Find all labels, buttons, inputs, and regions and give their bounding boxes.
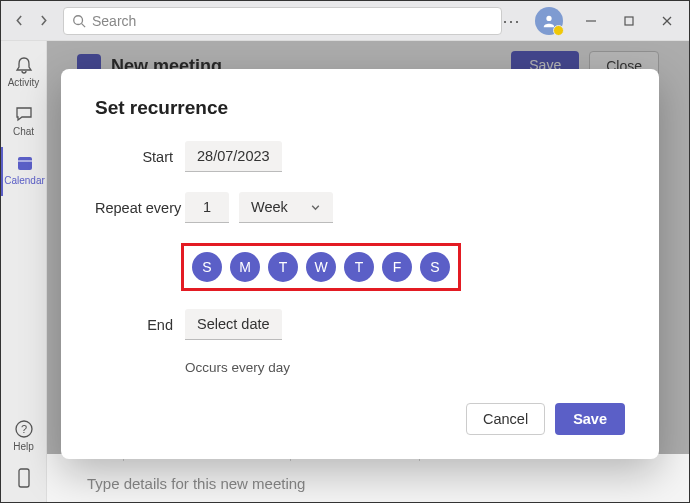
days-selector: S M T W T F S <box>181 243 461 291</box>
svg-rect-11 <box>19 469 29 487</box>
end-date-field[interactable]: Select date <box>185 309 282 340</box>
repeat-unit-value: Week <box>251 199 288 215</box>
close-window-button[interactable] <box>653 7 681 35</box>
svg-rect-4 <box>625 17 633 25</box>
repeat-unit-dropdown[interactable]: Week <box>239 192 333 223</box>
rail-chat[interactable]: Chat <box>1 98 47 147</box>
rail-label: Help <box>13 441 34 452</box>
occurs-text: Occurs every day <box>185 360 625 375</box>
rail-device[interactable] <box>1 462 47 502</box>
save-button[interactable]: Save <box>555 403 625 435</box>
day-thursday[interactable]: T <box>344 252 374 282</box>
svg-line-1 <box>82 23 86 27</box>
search-input[interactable]: Search <box>63 7 502 35</box>
titlebar: Search ⋯ <box>1 1 689 41</box>
day-saturday[interactable]: S <box>420 252 450 282</box>
chat-icon <box>14 104 34 124</box>
modal-title: Set recurrence <box>95 97 625 119</box>
rail-calendar[interactable]: Calendar <box>1 147 47 196</box>
nav-back-button[interactable] <box>9 11 29 31</box>
end-label: End <box>95 317 185 333</box>
rail-help[interactable]: ? Help <box>1 413 47 462</box>
minimize-button[interactable] <box>577 7 605 35</box>
more-button[interactable]: ⋯ <box>502 10 521 32</box>
recurrence-modal: Set recurrence Start 28/07/2023 Repeat e… <box>61 69 659 459</box>
search-icon <box>72 14 86 28</box>
svg-rect-7 <box>18 157 32 170</box>
start-date-field[interactable]: 28/07/2023 <box>185 141 282 172</box>
rail-label: Calendar <box>4 175 45 186</box>
day-sunday[interactable]: S <box>192 252 222 282</box>
help-icon: ? <box>14 419 34 439</box>
device-icon <box>16 468 32 490</box>
bell-icon <box>14 55 34 75</box>
repeat-count-field[interactable]: 1 <box>185 192 229 223</box>
cancel-button[interactable]: Cancel <box>466 403 545 435</box>
search-placeholder: Search <box>92 13 136 29</box>
avatar[interactable] <box>535 7 563 35</box>
day-monday[interactable]: M <box>230 252 260 282</box>
calendar-icon <box>15 153 35 173</box>
person-icon <box>542 14 556 28</box>
rail-activity[interactable]: Activity <box>1 49 47 98</box>
svg-point-2 <box>546 15 551 20</box>
repeat-label: Repeat every <box>95 200 185 216</box>
nav-forward-button[interactable] <box>33 11 53 31</box>
start-label: Start <box>95 149 185 165</box>
day-wednesday[interactable]: W <box>306 252 336 282</box>
editor-body[interactable]: Type details for this new meeting <box>77 469 669 502</box>
day-friday[interactable]: F <box>382 252 412 282</box>
svg-text:?: ? <box>20 423 26 435</box>
svg-point-0 <box>74 15 83 24</box>
app-rail: Activity Chat Calendar ? Help <box>1 41 47 502</box>
rail-label: Chat <box>13 126 34 137</box>
chevron-down-icon <box>310 202 321 213</box>
day-tuesday[interactable]: T <box>268 252 298 282</box>
maximize-button[interactable] <box>615 7 643 35</box>
rail-label: Activity <box>8 77 40 88</box>
